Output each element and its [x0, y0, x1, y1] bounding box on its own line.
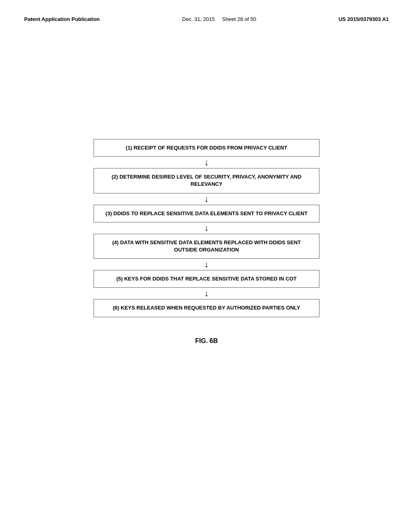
- flow-box-4: (4) DATA WITH SENSITIVE DATA ELEMENTS RE…: [94, 234, 319, 259]
- header-date-sheet: Dec. 31, 2015 Sheet 28 of 50: [182, 16, 257, 22]
- header-patent-number: US 2015/0379303 A1: [338, 16, 389, 22]
- flow-box-3: (3) DDIDS TO REPLACE SENSITIVE DATA ELEM…: [94, 205, 319, 222]
- header-sheet: Sheet 28 of 50: [222, 16, 257, 22]
- arrow-4-to-5: ↓: [204, 259, 209, 270]
- page-header: Patent Application Publication Dec. 31, …: [24, 16, 389, 26]
- flow-box-1: (1) RECEIPT OF REQUESTS FOR DDIDS FROM P…: [94, 139, 319, 157]
- header-date: Dec. 31, 2015: [182, 16, 215, 22]
- arrow-1-to-2: ↓: [204, 157, 209, 168]
- patent-page: Patent Application Publication Dec. 31, …: [0, 0, 413, 532]
- arrow-2-to-3: ↓: [204, 193, 209, 205]
- header-publication-label: Patent Application Publication: [24, 16, 100, 22]
- flow-diagram: (1) RECEIPT OF REQUESTS FOR DDIDS FROM P…: [24, 139, 389, 317]
- arrow-5-to-6: ↓: [204, 288, 209, 299]
- arrow-3-to-4: ↓: [204, 222, 209, 234]
- flow-box-5: (5) KEYS FOR DDIDS THAT REPLACE SENSITIV…: [94, 270, 319, 288]
- flow-box-2: (2) DETERMINE DESIRED LEVEL OF SECURITY,…: [94, 168, 319, 193]
- figure-label: FIG. 6B: [24, 337, 389, 345]
- flow-box-6: (6) KEYS RELEASED WHEN REQUESTED BY AUTH…: [94, 299, 319, 317]
